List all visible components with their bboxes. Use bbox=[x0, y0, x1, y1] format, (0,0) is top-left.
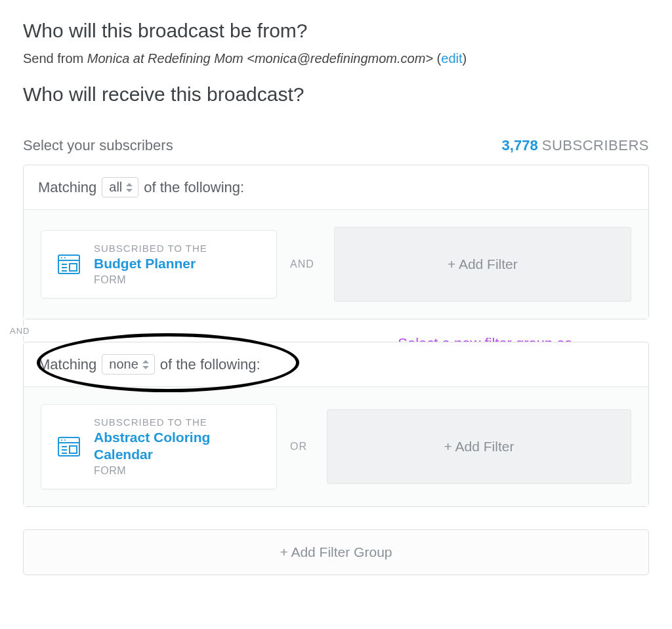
svg-point-2 bbox=[61, 257, 62, 258]
filter-sub: FORM bbox=[94, 465, 262, 477]
matching-suffix: of the following: bbox=[160, 356, 261, 373]
svg-rect-15 bbox=[70, 446, 77, 453]
match-select[interactable]: none bbox=[102, 354, 155, 375]
svg-rect-7 bbox=[70, 264, 77, 271]
match-value: all bbox=[109, 180, 122, 195]
heading-from: Who will this broadcast be from? bbox=[23, 20, 649, 42]
filter-text: SUBSCRIBED TO THE Abstract Coloring Cale… bbox=[94, 416, 262, 477]
send-from-identity: Monica at Redefining Mom <monica@redefin… bbox=[87, 51, 433, 66]
send-from-prefix: Send from bbox=[23, 51, 87, 66]
filter-card[interactable]: SUBSCRIBED TO THE Budget Planner FORM bbox=[41, 230, 277, 298]
match-value: none bbox=[109, 357, 138, 372]
conjunction-label: OR bbox=[290, 441, 307, 453]
group-header: Matching all of the following: bbox=[24, 165, 648, 210]
conjunction-label: AND bbox=[290, 258, 314, 270]
heading-receive: Who will receive this broadcast? bbox=[23, 83, 649, 106]
add-filter-group-button[interactable]: + Add Filter Group bbox=[23, 529, 649, 575]
subscriber-suffix: SUBSCRIBERS bbox=[542, 137, 649, 153]
svg-point-10 bbox=[61, 439, 62, 441]
subscriber-bar: Select your subscribers 3,778 SUBSCRIBER… bbox=[23, 137, 649, 154]
filter-title: Abstract Coloring Calendar bbox=[94, 429, 262, 464]
add-filter-button[interactable]: + Add Filter bbox=[327, 409, 631, 484]
group-connector: AND bbox=[23, 319, 649, 342]
filter-group: Matching all of the following: bbox=[23, 165, 649, 319]
group-body: SUBSCRIBED TO THE Abstract Coloring Cale… bbox=[24, 387, 648, 506]
group-body: SUBSCRIBED TO THE Budget Planner FORM AN… bbox=[24, 210, 648, 319]
filter-title: Budget Planner bbox=[94, 255, 207, 272]
send-from-line: Send from Monica at Redefining Mom <moni… bbox=[23, 51, 649, 66]
filter-card[interactable]: SUBSCRIBED TO THE Abstract Coloring Cale… bbox=[41, 404, 277, 489]
filter-eyebrow: SUBSCRIBED TO THE bbox=[94, 243, 207, 254]
form-icon bbox=[56, 434, 82, 460]
sort-icon bbox=[142, 360, 149, 369]
form-icon bbox=[56, 251, 82, 277]
edit-link[interactable]: edit bbox=[441, 51, 462, 66]
connector-label: AND bbox=[10, 326, 30, 336]
matching-suffix: of the following: bbox=[144, 179, 244, 196]
filter-sub: FORM bbox=[94, 274, 207, 286]
matching-prefix: Matching bbox=[38, 356, 96, 373]
filter-eyebrow: SUBSCRIBED TO THE bbox=[94, 416, 262, 428]
svg-point-11 bbox=[64, 439, 66, 441]
subscriber-count-wrap: 3,778 SUBSCRIBERS bbox=[502, 137, 649, 154]
filter-group: Matching none of the following: bbox=[23, 342, 649, 507]
sort-icon bbox=[126, 183, 133, 192]
subscriber-count: 3,778 bbox=[502, 137, 538, 153]
matching-prefix: Matching bbox=[38, 179, 96, 196]
filter-text: SUBSCRIBED TO THE Budget Planner FORM bbox=[94, 243, 207, 285]
group-header: Matching none of the following: bbox=[24, 342, 648, 387]
send-from-close-paren: ) bbox=[463, 51, 467, 66]
send-from-open-paren: ( bbox=[433, 51, 441, 66]
svg-point-3 bbox=[64, 257, 66, 258]
match-select[interactable]: all bbox=[102, 177, 138, 197]
select-subscribers-label: Select your subscribers bbox=[23, 137, 173, 154]
add-filter-button[interactable]: + Add Filter bbox=[334, 227, 631, 302]
